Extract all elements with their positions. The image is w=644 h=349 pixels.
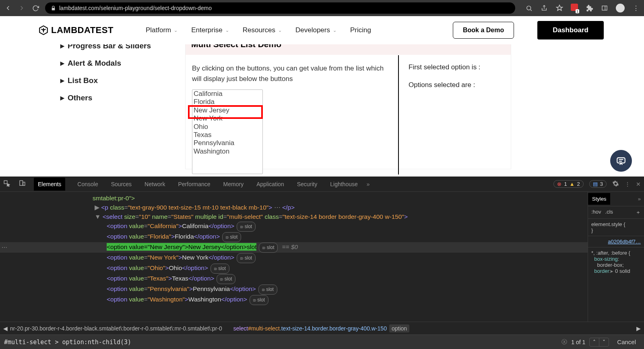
dom-option-line[interactable]: <option value="California">California</o… bbox=[0, 221, 588, 232]
state-option[interactable]: Washington bbox=[192, 147, 262, 156]
settings-icon[interactable] bbox=[612, 180, 619, 188]
devtools-tab-memory[interactable]: Memory bbox=[223, 181, 245, 187]
logo[interactable]: LAMBDATEST bbox=[38, 25, 114, 35]
dom-option-line[interactable]: ⋯<option value="New Jersey">New Jersey</… bbox=[0, 242, 588, 253]
kebab-icon[interactable]: ⋮ bbox=[625, 181, 630, 187]
devtools-tabbar: ElementsConsoleSourcesNetworkPerformance… bbox=[0, 177, 644, 192]
dom-breadcrumb[interactable]: ◀ nr-20.pr-30.border-r-4.border-black.sm… bbox=[0, 322, 644, 334]
dom-option-line[interactable]: <option value="Texas">Texas</option>⎄ sl… bbox=[0, 274, 588, 284]
svg-rect-1 bbox=[602, 6, 607, 10]
breadcrumb-prev-icon[interactable]: ◀ bbox=[3, 325, 8, 332]
error-warn-badge[interactable]: ⊗1▲2 bbox=[553, 180, 583, 188]
devtools-tab-elements[interactable]: Elements bbox=[34, 178, 65, 191]
star-icon[interactable] bbox=[555, 4, 564, 12]
devtools-tab-network[interactable]: Network bbox=[144, 181, 166, 187]
state-option[interactable]: Florida bbox=[192, 98, 262, 106]
dom-option-line[interactable]: <option value="New York">New York</optio… bbox=[0, 253, 588, 263]
more-subtabs-icon[interactable]: » bbox=[635, 196, 644, 202]
sidebar-item[interactable]: ▸Alert & Modals bbox=[60, 54, 185, 72]
chat-fab[interactable] bbox=[610, 150, 632, 172]
svg-rect-6 bbox=[4, 181, 7, 184]
devtools-tab-security[interactable]: Security bbox=[296, 181, 318, 187]
devtools-tab-sources[interactable]: Sources bbox=[110, 181, 132, 187]
devtools-panel: ElementsConsoleSourcesNetworkPerformance… bbox=[0, 177, 644, 349]
url-text: lambdatest.com/selenium-playground/selec… bbox=[59, 5, 212, 11]
demo-card: Multi Select List Demo By clicking on th… bbox=[185, 44, 511, 169]
find-next-icon[interactable]: ˅ bbox=[599, 338, 609, 346]
sidebar-item[interactable]: ▸Progress Bar & Sliders bbox=[60, 44, 185, 54]
messages-badge[interactable]: ▤3 bbox=[589, 180, 607, 188]
svg-rect-8 bbox=[23, 182, 25, 185]
site-header: LAMBDATEST Platform ⌄Enterprise ⌄Resourc… bbox=[0, 16, 644, 44]
elements-tree[interactable]: smtablet:pr-0"> ▶ <p class="text-gray-90… bbox=[0, 192, 588, 322]
nav-platform[interactable]: Platform ⌄ bbox=[146, 26, 178, 34]
demo-sidebar: ▸Progress Bar & Sliders▸Alert & Modals▸L… bbox=[60, 44, 185, 177]
demo-description: By clicking on the buttons, you can get … bbox=[192, 63, 392, 84]
card-title: Multi Select List Demo bbox=[186, 44, 511, 55]
devtools-tab-console[interactable]: Console bbox=[76, 181, 99, 187]
logo-text: LAMBDATEST bbox=[51, 25, 114, 35]
dom-option-line[interactable]: <option value="Florida">Florida</option>… bbox=[0, 232, 588, 242]
breadcrumb-next-icon[interactable]: ▶ bbox=[636, 325, 641, 332]
find-cancel-button[interactable]: Cancel bbox=[613, 337, 640, 347]
lock-icon bbox=[51, 6, 56, 11]
dom-option-line[interactable]: <option value="Washington">Washington</o… bbox=[0, 295, 588, 305]
state-option[interactable]: New York bbox=[192, 114, 262, 123]
svg-rect-7 bbox=[20, 181, 23, 185]
find-input[interactable] bbox=[4, 339, 557, 346]
clear-find-icon[interactable]: ⓧ bbox=[561, 339, 567, 346]
hov-toggle[interactable]: :hov bbox=[591, 209, 601, 216]
share-icon[interactable] bbox=[540, 4, 548, 12]
devtools-tab-performance[interactable]: Performance bbox=[177, 181, 211, 187]
forward-icon[interactable] bbox=[18, 4, 26, 12]
panel-icon[interactable] bbox=[601, 4, 609, 12]
state-option[interactable]: Texas bbox=[192, 131, 262, 139]
dashboard-button[interactable]: Dashboard bbox=[537, 21, 604, 39]
more-tabs-icon[interactable]: » bbox=[367, 181, 370, 187]
back-icon[interactable] bbox=[4, 4, 12, 12]
nav-enterprise[interactable]: Enterprise ⌄ bbox=[191, 26, 229, 34]
styles-tab[interactable]: Styles bbox=[588, 193, 610, 205]
browser-toolbar: lambdatest.com/selenium-playground/selec… bbox=[0, 0, 644, 16]
zoom-icon[interactable] bbox=[525, 4, 533, 12]
nav-pricing[interactable]: Pricing bbox=[350, 26, 371, 34]
cls-toggle[interactable]: .cls bbox=[605, 209, 613, 216]
find-bar: ⓧ 1 of 1 ˄˅ Cancel bbox=[0, 334, 644, 349]
close-devtools-icon[interactable]: ✕ bbox=[636, 181, 641, 187]
extension-abp-icon[interactable]: 1 bbox=[571, 4, 578, 12]
find-prev-icon[interactable]: ˄ bbox=[590, 338, 599, 346]
address-bar[interactable]: lambdatest.com/selenium-playground/selec… bbox=[45, 2, 515, 14]
dom-option-line[interactable]: <option value="Pennsylvania">Pennsylvani… bbox=[0, 284, 588, 295]
first-selected-label: First selected option is : bbox=[409, 63, 481, 71]
state-option[interactable]: New Jersey bbox=[192, 106, 262, 114]
devtools-tab-application[interactable]: Application bbox=[256, 181, 285, 187]
device-icon[interactable] bbox=[19, 180, 26, 188]
nav-developers[interactable]: Developers ⌄ bbox=[295, 26, 336, 34]
reload-icon[interactable] bbox=[31, 4, 39, 12]
nav-resources[interactable]: Resources ⌄ bbox=[243, 26, 282, 34]
sidebar-item[interactable]: ▸Others bbox=[60, 89, 185, 106]
extensions-icon[interactable] bbox=[585, 4, 593, 12]
state-option[interactable]: Ohio bbox=[192, 123, 262, 131]
inspect-icon[interactable] bbox=[3, 180, 10, 188]
find-count: 1 of 1 bbox=[571, 339, 585, 345]
svg-rect-3 bbox=[617, 158, 625, 163]
menu-icon[interactable]: ⋮ bbox=[632, 4, 640, 12]
devtools-tab-lighthouse[interactable]: Lighthouse bbox=[329, 181, 359, 187]
page-content: ▸Progress Bar & Sliders▸Alert & Modals▸L… bbox=[0, 44, 644, 177]
stylesheet-link[interactable]: a0206db4f7… bbox=[588, 236, 644, 247]
sidebar-item[interactable]: ▸List Box bbox=[60, 72, 185, 89]
states-multiselect[interactable]: CaliforniaFloridaNew JerseyNew YorkOhioT… bbox=[192, 89, 263, 174]
add-rule-icon[interactable]: ＋ bbox=[636, 209, 641, 216]
styles-panel: Styles» :hov.cls＋ element.style {} a0206… bbox=[588, 192, 644, 322]
dom-option-line[interactable]: <option value="Ohio">Ohio</option>⎄ slot bbox=[0, 263, 588, 274]
profile-avatar[interactable] bbox=[616, 4, 625, 12]
state-option[interactable]: California bbox=[192, 90, 262, 98]
svg-point-0 bbox=[526, 6, 530, 10]
book-demo-button[interactable]: Book a Demo bbox=[453, 22, 514, 39]
options-selected-label: Options selected are : bbox=[409, 81, 481, 89]
state-option[interactable]: Pennsylvania bbox=[192, 139, 262, 147]
